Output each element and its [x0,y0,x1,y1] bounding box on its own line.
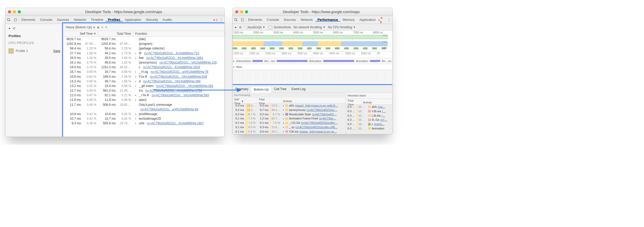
tab-memory[interactable]: Memory [340,18,357,22]
table-row[interactable]: 0.3 ms13.9 %0.3 ms13.9 %▸ aKb /maps/_/js… [233,103,346,108]
table-row[interactable]: 58.4 ms2.29 %58.4 ms2.29 %(garbage colle… [64,46,224,51]
inspect-icon[interactable] [5,16,12,24]
table-row[interactable]: 0.1 ms6.8 %0.3 ms13.6 %▸ _.zp rs=ACT90oG… [233,125,346,129]
table-row[interactable]: 0.3 ms100.0 % c /maps… [346,122,392,126]
table-row[interactable]: 9626.7 ms9626.7 ms(idle) [64,37,224,41]
table-row[interactable]: 0.1 ms6.8 %0.6 ms34.1 %▸ VJb.wa /maps/_/… [233,129,346,134]
table-row[interactable]: 27.7 ms1.08 %44.2 ms1.73 %▸t9 rs=ACT90oG… [64,51,224,56]
screenshots-checkbox[interactable]: Screenshots [268,25,291,30]
overflow-icon[interactable]: » [378,18,380,22]
tab-audits[interactable]: Audits [160,18,174,22]
source-link[interactable]: /… [382,109,386,113]
view-mode-select[interactable]: Heavy (Bottom Up) ▼ [66,25,95,29]
traffic-lights[interactable] [8,10,21,13]
animation-segment[interactable] [370,60,380,62]
minimize-icon[interactable] [240,10,243,13]
col-function[interactable]: Function [133,31,224,37]
device-icon[interactable] [12,16,19,24]
source-link[interactable]: rs=ACT90oGqRZGG…wVKUIgM95Hw:88 [140,107,198,111]
inspect-icon[interactable] [233,16,239,24]
table-row[interactable]: 10.8 ms0.42 %10.8 ms0.42 %▸postMessage [64,112,224,116]
close-icon[interactable] [8,10,11,13]
tab-sources[interactable]: Sources [55,18,72,22]
tab-event-log[interactable]: Event Log [289,86,308,92]
hv-column-headers[interactable]: Total Time Activity [346,99,392,105]
source-link[interactable]: /maps/_/js/k=maps.m.en.ye… [299,130,337,134]
warning-badge[interactable]: ▲ 6 [380,15,386,24]
main-track-header[interactable]: ▾ Main [233,64,392,70]
source-link[interactable]: rs=ACT90o… [319,117,336,120]
source-link[interactable]: /maps/_/js/k=maps.m.en.yeALR… [295,104,338,108]
minimize-icon[interactable] [13,10,16,13]
tab-console[interactable]: Console [38,18,55,22]
hv-rows[interactable]: 0.3 ms100.0 % aKb /ma…0.3 ms100.0 % VJb.… [346,105,392,134]
table-row[interactable]: 0.2 ms8.7 %0.2 ms8.7 %▸ Recalculate Styl… [233,112,346,117]
tab-network[interactable]: Network [298,18,315,22]
focus-icon[interactable]: ◉ [97,25,99,29]
clear-icon[interactable]: ⊘ [239,25,242,29]
table-row[interactable]: 0.3 ms100.0 % iIL.Ga rs=… [346,118,392,122]
table-row[interactable]: 26.5 ms1.04 %26.5 ms1.04 %▸fwb rs=ACT90o… [64,56,224,60]
profile-rows[interactable]: 9626.7 ms9626.7 ms(idle)1202.9 ms47.04 %… [64,37,224,137]
table-row[interactable]: 14.3 ms0.56 %39.7 ms1.55 %▸d rs=ACT90oGq… [64,79,224,84]
clear-icon[interactable]: ⊘ [13,26,15,31]
save-link[interactable]: Save [53,49,60,53]
zoom-icon[interactable] [18,10,21,13]
source-link[interactable]: rs=ACT90oGqRZGG…VKUIgM95Hw:126 [159,60,217,65]
kebab-icon[interactable]: ⋮ [386,16,392,24]
record-icon[interactable]: ● [9,26,11,31]
source-link[interactable]: rs=ACT90oGqRZGG…KUIgM95Hw:1799 [145,89,202,93]
tab-profiles[interactable]: Profiles [106,18,123,22]
error-badge[interactable]: ● 1 [213,18,218,22]
table-row[interactable]: 15.8 ms0.62 %180.0 ms7.04 %▸F1e.R rs=ACT… [64,74,224,79]
col-total-time[interactable]: Total Time [98,31,133,37]
source-link[interactable]: /ma… [378,105,385,109]
table-row[interactable]: 9.3 ms0.36 %505.8 ms19.78 %▸uAb rs=ACT90… [64,121,224,126]
table-row[interactable]: 13.2 ms0.52 %15.0 ms0.59 %▸_.gK.index rs… [64,84,224,88]
bu-column-headers[interactable]: Self Time ▼ Total Time Activity [233,98,346,103]
table-row[interactable]: 12.7 ms0.50 %561.0 ms21.94 %Ka rs=ACT90o… [64,88,224,93]
tab-call-tree[interactable]: Call Tree [272,86,289,92]
exclude-icon[interactable]: ✕ [101,25,104,29]
table-row[interactable]: 0.1 ms7.3 %1.2 ms64.7 %▸ Animation Frame… [233,116,346,121]
table-row[interactable]: 19.0 ms0.74 %1151.3 ms45.02 %c rs=ACT90o… [64,65,224,69]
source-link[interactable]: rs=… [380,118,387,122]
source-link[interactable]: rs=ACT90oGqRZGG…KUIgM95Hw:713 [144,51,199,55]
source-link[interactable]: rs=ACT90oGqRZGG…VKUIgM95Hw:381 [156,84,213,88]
table-row[interactable]: 11.7 ms0.46 %506.9 ms19.82 %Oda.b.port1.… [64,102,224,107]
col-self-time[interactable]: Self Time ▼ [64,31,98,37]
tab-network[interactable]: Network [72,18,89,22]
titlebar[interactable]: Developer Tools - https://www.google.com… [5,8,224,16]
tab-timeline[interactable]: Timeline [88,18,106,22]
source-link[interactable]: rs=ACT90oGqRZGGx… [307,108,337,112]
source-link[interactable]: rs=ACT90oGqRZGG…KUIgM95Hw:1661 [146,56,203,60]
time-ruler[interactable]: 1500 ms2000 ms2500 ms3000 ms3500 ms4000 … [233,52,392,58]
table-row[interactable]: 12.0 ms0.47 %82.1 ms3.21 %▸_.rYe.R rs=AC… [64,93,224,98]
tab-security[interactable]: Security [143,18,160,22]
record-icon[interactable]: ● [235,25,236,29]
kebab-icon[interactable]: ⋮ [218,16,224,24]
table-row[interactable]: 0.3 ms100.0 % VJb.wa /… [346,109,392,114]
source-link[interactable]: /maps… [374,122,385,126]
device-icon[interactable] [239,16,245,24]
tab-bottom-up[interactable]: Bottom-Up [251,86,271,93]
cpu-throttle-select[interactable]: No CPU throttling ▼ [328,25,355,29]
animation-segment[interactable] [323,60,354,62]
table-row[interactable]: 10.7 ms0.42 %10.7 ms0.42 %▸texSubImage2D [64,116,224,121]
tab-performance[interactable]: Performance [315,18,340,22]
reload-icon[interactable]: ↻ [105,25,108,29]
source-link[interactable]: rs=ACT90oGqRZGG…VKUIgM95Hw:838 [150,75,207,79]
source-link[interactable]: rs=ACT90oGqRZGGxuWo… [301,121,337,125]
animation-segment[interactable] [252,60,263,62]
source-link[interactable]: rs=ACT90oGqRZGG…wVKUIgM95Hw:78 [150,70,208,74]
table-row[interactable]: 11.9 ms0.46 %11.9 ms0.46 %▸atan2 [64,98,224,102]
flame-chart[interactable] [233,70,392,86]
tab-application[interactable]: Application [357,18,378,22]
titlebar[interactable]: Developer Tools - https://www.google.com… [233,8,392,16]
sidebar-item-profile[interactable]: Profile 1 Save [5,47,63,55]
table-row[interactable]: 1202.9 ms47.04 %1202.9 ms47.04 %(program… [64,41,224,46]
overview-timeline[interactable]: 1000 ms2000 ms3000 ms4000 ms5000 ms6000 … [233,31,392,52]
source-link[interactable]: rs=ACT90oGqRZGG…KUIgM95Hw:1807 [147,121,204,125]
tab-elements[interactable]: Elements [246,18,264,22]
tab-summary[interactable]: Summary [233,86,251,92]
